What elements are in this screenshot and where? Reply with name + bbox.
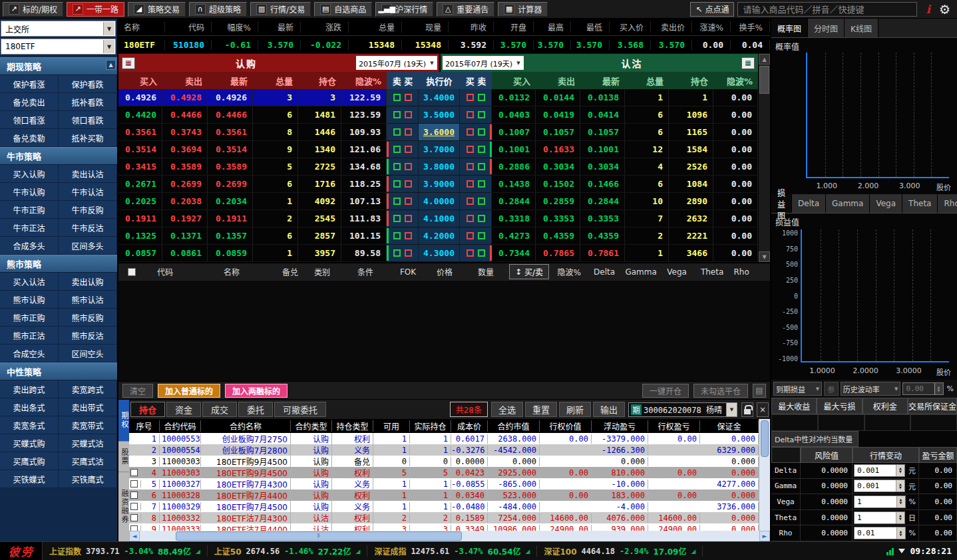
sidebar-item-买蝶式沽[interactable]: 买蝶式沽 xyxy=(59,434,117,452)
lock-icon[interactable] xyxy=(741,402,753,417)
sell-checkbox[interactable] xyxy=(478,111,485,118)
chevron-down-icon[interactable]: ▼ xyxy=(816,386,819,392)
row-checkbox[interactable] xyxy=(130,503,138,510)
volatility-select[interactable]: 历史波动率 ▼ xyxy=(841,382,901,396)
spinner-arrows-icon[interactable]: ▲▼ xyxy=(896,496,905,507)
scroll-up-icon[interactable]: ▲ xyxy=(759,54,770,65)
strike-cell[interactable]: 3.7000 xyxy=(419,141,460,158)
sidebar-item-卖出带式[interactable]: 卖出带式 xyxy=(59,398,117,416)
sidebar-item-熊市反沽[interactable]: 熊市反沽 xyxy=(59,327,117,345)
option-chain-row[interactable]: 0.08570.08610.08591395789.584.30000.7344… xyxy=(118,245,758,262)
buy-checkbox[interactable] xyxy=(405,146,412,153)
sell-checkbox[interactable] xyxy=(393,146,401,153)
step-input[interactable]: 0.01▲▼ xyxy=(854,527,906,539)
chart-tab-概率图[interactable]: 概率图 xyxy=(771,19,808,37)
sidebar-item-牛市认购[interactable]: 牛市认购 xyxy=(0,183,59,201)
sidebar-item-卖出条式[interactable]: 卖出条式 xyxy=(0,398,59,416)
step-input[interactable]: 0.001▲▼ xyxy=(854,464,905,477)
strike-cell[interactable]: 4.3000 xyxy=(419,245,460,261)
sidebar-item-保护看跌[interactable]: 保护看跌 xyxy=(59,75,117,93)
buy-checkbox[interactable] xyxy=(405,180,412,188)
chart-tab-K线图[interactable]: K线图 xyxy=(845,19,878,37)
positions-row[interactable]: 711000329180ETF购7月4500认购义务11-0.0480-484.… xyxy=(129,501,759,512)
positions-action-输出[interactable]: 输出 xyxy=(593,402,625,417)
chevron-down-icon[interactable]: ▼ xyxy=(103,22,114,35)
row-checkbox[interactable] xyxy=(130,480,138,488)
positions-row[interactable]: 411000303180ETF购9月4500认购权利550.04232925.0… xyxy=(129,467,759,478)
row-checkbox[interactable] xyxy=(130,491,138,499)
sell-checkbox[interactable] xyxy=(393,111,401,118)
buy-checkbox[interactable] xyxy=(467,128,474,136)
option-chain-row[interactable]: 0.13250.13710.135762857101.154.20000.427… xyxy=(118,227,758,245)
sidebar-item-保护看涨[interactable]: 保护看涨 xyxy=(0,75,59,93)
buy-checkbox[interactable] xyxy=(405,94,412,101)
sidebar-item-合成多头[interactable]: 合成多头 xyxy=(0,237,59,255)
toolbar-button-一带一路[interactable]: ↗一带一路 xyxy=(67,2,124,17)
sell-checkbox[interactable] xyxy=(478,215,485,222)
option-chain-scrollbar[interactable]: ▲ ▼ xyxy=(758,54,770,262)
positions-row[interactable]: 511000327180ETF购7月4300认购义务11-0.0855-865.… xyxy=(129,478,759,490)
buy-checkbox[interactable] xyxy=(405,198,412,205)
sidebar-item-买鹰式购[interactable]: 买鹰式购 xyxy=(0,452,59,470)
spinner-arrows-icon[interactable]: ▲▼ xyxy=(934,383,943,394)
add-normal-underlying-button[interactable]: 加入普通标的 xyxy=(158,384,220,398)
sidebar-item-抵补看跌[interactable]: 抵补看跌 xyxy=(59,93,117,111)
positions-row[interactable]: 911000333180ETF沽7月4400认沽权利330.334910986.… xyxy=(129,523,759,531)
buy-checkbox[interactable] xyxy=(467,180,474,188)
sidebar-item-买入认购[interactable]: 买入认购 xyxy=(0,165,59,183)
strike-cell[interactable]: 3.5000 xyxy=(419,106,460,123)
positions-tab-资金[interactable]: 资金 xyxy=(166,402,201,417)
sidebar-item-卖出认沽[interactable]: 卖出认沽 xyxy=(59,165,117,183)
scrollbar-thumb[interactable] xyxy=(761,420,769,457)
positions-action-重置[interactable]: 重置 xyxy=(525,402,557,417)
toolbar-button-沪深行情[interactable]: ▂▄▆沪深行情 xyxy=(375,2,433,17)
toolbar-button-超级策略[interactable]: ∩超级策略 xyxy=(189,2,247,17)
sidebar-item-熊市正购[interactable]: 熊市正购 xyxy=(0,309,59,327)
sell-checkbox[interactable] xyxy=(393,215,401,222)
chevron-down-icon[interactable]: ▼ xyxy=(514,58,522,68)
sidebar-item-抵补买勒[interactable]: 抵补买勒 xyxy=(59,129,117,147)
close-unchecked-button[interactable]: 未勾选平仓 xyxy=(693,384,748,398)
buy-checkbox[interactable] xyxy=(467,232,474,239)
option-chain-row[interactable]: 0.19110.19270.191122545111.834.10000.331… xyxy=(118,210,758,227)
strike-cell[interactable]: 4.1000 xyxy=(419,210,460,227)
greek-tab-Theta[interactable]: Theta xyxy=(902,194,938,213)
sell-checkbox[interactable] xyxy=(393,249,401,257)
toolbar-button-策略交易[interactable]: ◢策略交易 xyxy=(128,2,186,17)
buy-checkbox[interactable] xyxy=(467,215,474,222)
toolbar-button-重要通告[interactable]: △重要通告 xyxy=(437,2,494,17)
buy-checkbox[interactable] xyxy=(405,128,412,136)
sell-checkbox[interactable] xyxy=(393,198,401,205)
sell-checkbox[interactable] xyxy=(478,180,485,188)
positions-hscrollbar[interactable]: ◄ ⦀ ► xyxy=(129,531,770,541)
sell-checkbox[interactable] xyxy=(478,163,485,170)
positions-action-刷新[interactable]: 刷新 xyxy=(559,402,591,417)
buy-sell-toggle-button[interactable]: ↕买/卖 xyxy=(509,264,549,279)
sidebar-item-领口看涨[interactable]: 领口看涨 xyxy=(0,111,59,129)
buy-checkbox[interactable] xyxy=(405,163,412,170)
sidebar-item-买鹰式沽[interactable]: 买鹰式沽 xyxy=(59,452,117,470)
account-tab-融资融券[interactable]: 融资融券 xyxy=(118,472,129,541)
scrollbar-thumb[interactable] xyxy=(759,66,769,94)
symbol-search-input[interactable]: 请输入商品代码／拼音／快捷键 xyxy=(737,2,917,17)
sell-checkbox[interactable] xyxy=(478,249,485,257)
option-chain-row[interactable]: 0.20250.20380.203414092107.134.00000.284… xyxy=(118,193,758,210)
toolbar-button-行情/交易[interactable]: ▥行情/交易 xyxy=(250,2,311,17)
select-all-checkbox[interactable] xyxy=(128,268,136,276)
buy-checkbox[interactable] xyxy=(405,249,412,257)
positions-row[interactable]: 811000332180ETF沽7月4300认沽权利220.15897254.0… xyxy=(129,512,759,523)
spinner-arrows-icon[interactable]: ▲▼ xyxy=(896,527,905,539)
positions-tab-成交[interactable]: 成交 xyxy=(202,402,237,417)
sidebar-item-备兑卖勒[interactable]: 备兑卖勒 xyxy=(0,129,59,147)
sidebar-item-区间多头[interactable]: 区间多头 xyxy=(59,237,117,255)
option-chain-row[interactable]: 0.44200.44660.446661481123.593.50000.040… xyxy=(118,106,758,124)
positions-action-全选[interactable]: 全选 xyxy=(491,402,523,417)
calendar-icon[interactable]: ▦ xyxy=(122,57,135,69)
sell-checkbox[interactable] xyxy=(478,146,485,153)
add-margin-underlying-button[interactable]: 加入两融标的 xyxy=(225,384,287,398)
buy-checkbox[interactable] xyxy=(467,111,474,118)
step-input[interactable]: 0.001▲▼ xyxy=(854,480,905,492)
buy-checkbox[interactable] xyxy=(405,232,412,239)
sell-checkbox[interactable] xyxy=(393,163,401,170)
buy-checkbox[interactable] xyxy=(405,111,412,118)
